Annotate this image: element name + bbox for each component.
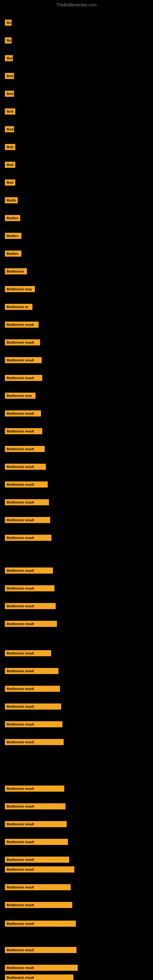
bottleneck-label: Bott bbox=[5, 144, 15, 150]
bottleneck-label: Bottleneck result bbox=[5, 517, 50, 523]
bottleneck-label: Bott bbox=[5, 108, 15, 115]
list-item: Bottleneck result bbox=[5, 721, 62, 727]
items-container: BoBoBotBottBottBottBottBottBottBottBottl… bbox=[0, 9, 153, 15]
bottleneck-label: Bottleneck resu bbox=[5, 393, 35, 399]
bottleneck-label: Bottleneck result bbox=[5, 821, 67, 827]
list-item: Bottleneck result bbox=[5, 921, 76, 927]
bottleneck-label: Bottleneck result bbox=[5, 739, 64, 745]
list-item: Bottleneck result bbox=[5, 321, 38, 328]
bottleneck-label: Bottleneck result bbox=[5, 481, 48, 488]
list-item: Bottleneck result bbox=[5, 902, 72, 908]
bottleneck-label: Bott bbox=[5, 180, 15, 186]
bottleneck-label: Bottleneck result bbox=[5, 921, 76, 927]
list-item: Bottlen bbox=[5, 250, 21, 257]
bottleneck-label: Bottleneck result bbox=[5, 428, 42, 434]
bottleneck-label: Bottleneck result bbox=[5, 884, 71, 890]
list-item: Bottle bbox=[5, 197, 18, 204]
bottleneck-label: Bottleneck result bbox=[5, 321, 38, 328]
list-item: Bottleneck resu bbox=[5, 286, 35, 292]
bottleneck-label: Bottleneck result bbox=[5, 357, 41, 363]
list-item: Bottleneck result bbox=[5, 428, 42, 434]
bottleneck-label: Bottleneck result bbox=[5, 410, 41, 417]
list-item: Bott bbox=[5, 180, 15, 186]
list-item: Bott bbox=[5, 144, 15, 150]
bottleneck-label: Bottleneck result bbox=[5, 686, 60, 692]
list-item: Bottleneck result bbox=[5, 803, 65, 810]
bottleneck-label: Bottleneck result bbox=[5, 621, 57, 627]
bottleneck-label: Bottleneck result bbox=[5, 535, 51, 541]
list-item: Bott bbox=[5, 73, 14, 79]
list-item: Bottleneck result bbox=[5, 975, 73, 980]
bottleneck-label: Bottleneck result bbox=[5, 965, 78, 971]
bottleneck-label: Bottleneck result bbox=[5, 499, 49, 505]
list-item: Bott bbox=[5, 126, 14, 132]
list-item: Bo bbox=[5, 20, 12, 26]
list-item: Bottleneck result bbox=[5, 568, 53, 574]
bottleneck-label: Bottlen bbox=[5, 233, 21, 239]
bottleneck-label: Bottle bbox=[5, 197, 18, 204]
list-item: Bottleneck result bbox=[5, 517, 50, 523]
bottleneck-label: Bottleneck result bbox=[5, 866, 74, 872]
list-item: Bottleneck result bbox=[5, 668, 59, 674]
list-item: Bottleneck result bbox=[5, 464, 46, 470]
bottleneck-label: Bott bbox=[5, 73, 14, 79]
bottleneck-label: Bottleneck result bbox=[5, 786, 64, 792]
list-item: Bott bbox=[5, 91, 14, 97]
list-item: Bott bbox=[5, 108, 15, 115]
bottleneck-label: Bottleneck result bbox=[5, 902, 72, 908]
list-item: Bottleneck bbox=[5, 268, 27, 274]
list-item: Bottleneck result bbox=[5, 375, 42, 381]
bottleneck-label: Bottleneck result bbox=[5, 339, 40, 345]
list-item: Bot bbox=[5, 55, 13, 61]
list-item: Bott bbox=[5, 162, 15, 168]
site-title: TheBottlenecker.com bbox=[0, 0, 153, 9]
bottleneck-label: Bottleneck result bbox=[5, 975, 73, 980]
bottleneck-label: Bottleneck result bbox=[5, 721, 62, 727]
list-item: Bottleneck result bbox=[5, 499, 49, 505]
bottleneck-label: Bot bbox=[5, 55, 13, 61]
bottleneck-label: Bottleneck result bbox=[5, 703, 61, 710]
bottleneck-label: Bottleneck result bbox=[5, 375, 42, 381]
list-item: Bottleneck result bbox=[5, 947, 76, 953]
bottleneck-label: Bottleneck result bbox=[5, 803, 65, 810]
list-item: Bottleneck result bbox=[5, 857, 69, 863]
bottleneck-label: Bo bbox=[5, 37, 12, 43]
list-item: Bottleneck resu bbox=[5, 393, 35, 399]
bottleneck-label: Bottleneck result bbox=[5, 446, 45, 452]
bottleneck-label: Bo bbox=[5, 20, 12, 26]
bottleneck-label: Bottlen bbox=[5, 250, 21, 257]
bottleneck-label: Bottleneck resu bbox=[5, 286, 35, 292]
list-item: Bottleneck result bbox=[5, 481, 48, 488]
list-item: Bottleneck result bbox=[5, 535, 51, 541]
bottleneck-label: Bottleneck result bbox=[5, 839, 68, 845]
bottleneck-label: Bottleneck result bbox=[5, 857, 69, 863]
bottleneck-label: Bottleneck result bbox=[5, 568, 53, 574]
list-item: Bottlen bbox=[5, 233, 21, 239]
list-item: Bottleneck result bbox=[5, 786, 64, 792]
bottleneck-label: Bottleneck result bbox=[5, 464, 46, 470]
list-item: Bottleneck result bbox=[5, 703, 61, 710]
list-item: Bottleneck result bbox=[5, 446, 45, 452]
bottleneck-label: Bottleneck result bbox=[5, 947, 76, 953]
list-item: Bottleneck result bbox=[5, 357, 41, 363]
bottleneck-label: Bottleneck bbox=[5, 268, 27, 274]
list-item: Bottleneck result bbox=[5, 866, 74, 872]
list-item: Bottleneck result bbox=[5, 839, 68, 845]
bottleneck-label: Bottlen bbox=[5, 215, 20, 221]
list-item: Bottleneck result bbox=[5, 650, 51, 656]
list-item: Bottleneck result bbox=[5, 884, 71, 890]
list-item: Bottleneck result bbox=[5, 585, 54, 591]
list-item: Bottleneck result bbox=[5, 603, 56, 609]
list-item: Bottleneck result bbox=[5, 965, 78, 971]
list-item: Bottleneck result bbox=[5, 339, 40, 345]
list-item: Bottleneck result bbox=[5, 686, 60, 692]
list-item: Bo bbox=[5, 37, 12, 43]
bottleneck-label: Bott bbox=[5, 126, 14, 132]
list-item: Bottleneck result bbox=[5, 410, 41, 417]
list-item: Bottleneck re bbox=[5, 304, 32, 310]
bottleneck-label: Bottleneck result bbox=[5, 585, 54, 591]
list-item: Bottleneck result bbox=[5, 821, 67, 827]
list-item: Bottlen bbox=[5, 215, 20, 221]
bottleneck-label: Bottleneck result bbox=[5, 603, 56, 609]
bottleneck-label: Bottleneck result bbox=[5, 650, 51, 656]
